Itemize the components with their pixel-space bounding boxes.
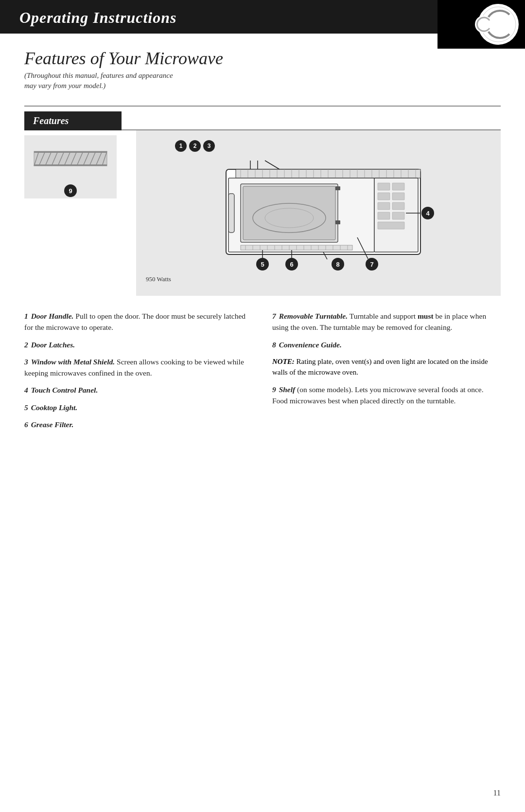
- section-divider: [24, 106, 501, 107]
- svg-text:6: 6: [290, 261, 293, 268]
- feature-item-5: 5 Cooktop Light.: [24, 402, 253, 413]
- svg-text:8: 8: [336, 261, 339, 268]
- header-logo: [438, 0, 525, 49]
- shelf-diagram: 9: [24, 135, 122, 198]
- feature-item-2: 2 Door Latches.: [24, 339, 253, 350]
- svg-rect-60: [378, 212, 390, 219]
- svg-rect-61: [392, 212, 404, 219]
- feature-item-8: 8 Convenience Guide.: [272, 339, 501, 350]
- main-diagram: 1 2 3: [136, 130, 501, 296]
- feature-item-6: 6 Grease Filter.: [24, 419, 253, 430]
- svg-rect-59: [392, 202, 404, 210]
- svg-line-96: [265, 161, 280, 169]
- badge-2: 2: [189, 140, 201, 152]
- section-subtitle: (Throughout this manual, features and ap…: [24, 71, 501, 91]
- svg-rect-62: [378, 222, 404, 229]
- svg-rect-3: [34, 151, 107, 166]
- feature-item-3: 3 Window with Metal Shield. Screen allow…: [24, 356, 253, 379]
- header-banner: Operating Instructions: [0, 0, 525, 34]
- feature-item-1: 1 Door Handle. Pull to open the door. Th…: [24, 310, 253, 333]
- svg-text:4: 4: [426, 210, 430, 217]
- features-col-right: 7 Removable Turntable. Turntable and sup…: [262, 310, 501, 436]
- svg-rect-54: [378, 183, 390, 190]
- svg-text:7: 7: [370, 261, 373, 268]
- header-title: Operating Instructions: [19, 9, 176, 27]
- badge-1: 1: [175, 140, 187, 152]
- svg-rect-52: [335, 220, 340, 224]
- svg-rect-58: [378, 202, 390, 210]
- svg-text:5: 5: [261, 261, 264, 268]
- svg-rect-51: [335, 186, 340, 190]
- badge-9: 9: [64, 184, 77, 197]
- feature-item-4: 4 Touch Control Panel.: [24, 384, 253, 396]
- features-diagrams-row: 9 1 2 3: [24, 130, 501, 296]
- feature-item-9: 9 Shelf (on some models). Lets you micro…: [272, 384, 501, 407]
- svg-rect-56: [378, 193, 390, 200]
- page-number: 11: [493, 789, 501, 797]
- svg-rect-55: [392, 183, 404, 190]
- badge-3: 3: [203, 140, 215, 152]
- note-text: NOTE: Rating plate, oven vent(s) and ove…: [272, 356, 501, 378]
- watts-label: 950 Watts: [146, 275, 491, 283]
- feature-item-7: 7 Removable Turntable. Turntable and sup…: [272, 310, 501, 333]
- features-list: 1 Door Handle. Pull to open the door. Th…: [24, 310, 501, 436]
- svg-rect-57: [392, 193, 404, 200]
- section-title: Features of Your Microwave: [24, 48, 501, 69]
- svg-rect-47: [243, 186, 335, 240]
- svg-rect-17: [34, 164, 107, 166]
- main-content: Features of Your Microwave (Throughout t…: [0, 34, 525, 455]
- features-col-left: 1 Door Handle. Pull to open the door. Th…: [24, 310, 262, 436]
- svg-rect-50: [228, 194, 234, 233]
- svg-rect-16: [34, 151, 107, 153]
- features-bar-label: Features: [24, 111, 122, 130]
